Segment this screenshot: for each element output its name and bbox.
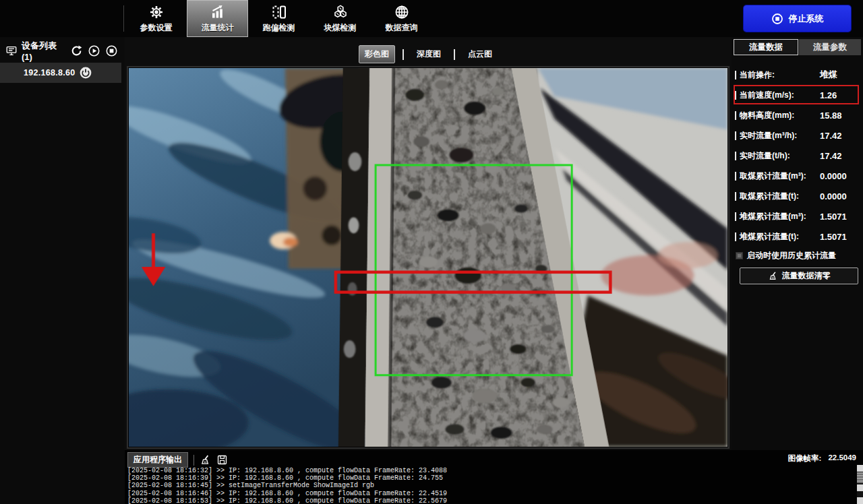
clear-button-label: 流量数据清零 xyxy=(782,270,831,282)
framerate-label: 图像帧率: xyxy=(788,453,822,464)
log-scrollbar[interactable] xyxy=(857,465,863,504)
save-log-icon[interactable] xyxy=(216,454,228,466)
toolbar-item-params[interactable]: 参数设置 xyxy=(125,0,187,37)
log-line: [2025-02-08 18:16:53] >> IP: 192.168.8.6… xyxy=(127,497,447,504)
top-toolbar: 参数设置 流量统计 xyxy=(0,0,863,37)
toolbar-item-coal-detect[interactable]: 块煤检测 xyxy=(309,0,371,37)
tab-separator xyxy=(454,49,455,60)
tab-flow-params[interactable]: 流量参数 xyxy=(799,39,861,55)
flow-data-rows: 当前操作: 堆煤 当前速度(m/s): 1.26 物料高度(mm): 15.88… xyxy=(735,65,860,247)
toolbar-item-flow-stats[interactable]: 流量统计 xyxy=(187,0,248,37)
device-list-header: 设备列表(1) xyxy=(5,42,118,59)
coal-lumps-icon xyxy=(332,4,349,20)
toolbar-item-label: 数据查询 xyxy=(386,22,418,34)
tab-separator xyxy=(403,49,404,60)
log-panel: 应用程序输出 [2025-02-08 18:16:32] >> IP: 192.… xyxy=(125,450,863,504)
row-marker xyxy=(735,91,736,100)
row-realtime-flow-m3: 实时流量(m³/h): 17.42 xyxy=(735,125,860,146)
log-lines[interactable]: [2025-02-08 18:16:32] >> IP: 192.168.8.6… xyxy=(127,467,447,504)
stop-circle-icon xyxy=(771,13,783,25)
app-window: 参数设置 流量统计 xyxy=(0,0,863,504)
device-list-icon xyxy=(5,44,18,57)
camera-image xyxy=(127,66,730,449)
history-flow-checkbox-row[interactable]: 启动时使用历史累计流量 xyxy=(736,250,836,261)
checkbox-label: 启动时使用历史累计流量 xyxy=(747,250,836,261)
globe-icon xyxy=(394,4,410,20)
broom-icon xyxy=(768,271,778,281)
tab-flow-data[interactable]: 流量数据 xyxy=(734,39,798,55)
row-marker xyxy=(735,192,736,201)
row-marker xyxy=(735,71,736,80)
clear-flow-data-button[interactable]: 流量数据清零 xyxy=(740,267,858,284)
row-current-operation: 当前操作: 堆煤 xyxy=(735,65,860,85)
scroll-up-button[interactable] xyxy=(857,465,863,472)
toolbar-items: 参数设置 流量统计 xyxy=(125,0,432,37)
row-material-height: 物料高度(mm): 15.88 xyxy=(735,105,860,125)
gear-icon xyxy=(148,4,165,20)
row-marker xyxy=(735,111,736,120)
toolbar-item-label: 流量统计 xyxy=(202,22,234,34)
log-separator xyxy=(194,455,194,466)
flow-panel: 流量数据 流量参数 当前操作: 堆煤 当前速度(m/s): 1.26 物料高度(… xyxy=(732,37,863,450)
clear-log-icon[interactable] xyxy=(200,454,211,466)
log-title: 应用程序输出 xyxy=(127,452,188,468)
log-line: [2025-02-08 18:16:39] >> IP: 192.168.8.6… xyxy=(127,474,447,482)
row-realtime-flow-t: 实时流量(t/h): 17.42 xyxy=(735,146,860,166)
device-list-actions xyxy=(70,44,118,57)
row-stack-total-t: 堆煤累计流量(t): 1.5071 xyxy=(735,226,860,247)
row-marker xyxy=(735,131,736,140)
stop-system-label: 停止系统 xyxy=(789,13,824,25)
toolbar-item-label: 跑偏检测 xyxy=(263,22,295,34)
tab-depth-image[interactable]: 深度图 xyxy=(411,46,446,63)
start-all-icon[interactable] xyxy=(88,44,100,57)
log-line: [2025-02-08 18:16:46] >> IP: 192.168.8.6… xyxy=(127,490,447,497)
image-framerate: 图像帧率: 22.5049 xyxy=(788,453,856,464)
flow-chart-icon xyxy=(210,4,226,20)
row-take-total-m3: 取煤累计流量(m³): 0.0000 xyxy=(735,166,860,186)
row-marker xyxy=(735,212,736,221)
log-header: 应用程序输出 xyxy=(127,452,228,468)
row-current-speed: 当前速度(m/s): 1.26 xyxy=(735,85,860,105)
tab-color-image[interactable]: 彩色图 xyxy=(359,45,395,63)
checkbox-icon[interactable] xyxy=(736,252,743,259)
scroll-thumb[interactable] xyxy=(857,472,863,483)
conveyor-camera-feed xyxy=(129,68,727,447)
image-viewer: 彩色图 深度图 点云图 xyxy=(125,37,732,450)
row-marker xyxy=(735,172,736,181)
image-mode-tabs: 彩色图 深度图 点云图 xyxy=(125,45,732,63)
scroll-mid-button[interactable] xyxy=(857,484,863,491)
tab-pointcloud-image[interactable]: 点云图 xyxy=(463,46,498,63)
deviation-icon xyxy=(271,4,287,20)
row-stack-total-m3: 堆煤累计流量(m³): 1.5071 xyxy=(735,206,860,226)
row-marker xyxy=(735,152,736,160)
refresh-icon[interactable] xyxy=(70,44,83,57)
toolbar-item-deviation[interactable]: 跑偏检测 xyxy=(248,0,309,37)
scroll-down-button[interactable] xyxy=(857,497,863,504)
framerate-value: 22.5049 xyxy=(828,453,856,464)
device-list-title: 设备列表(1) xyxy=(22,40,66,62)
row-take-total-t: 取煤累计流量(t): 0.0000 xyxy=(735,186,860,206)
stop-all-icon[interactable] xyxy=(105,44,118,57)
row-marker xyxy=(735,232,736,241)
toolbar-item-data-query[interactable]: 数据查询 xyxy=(371,0,432,37)
device-sidebar: 设备列表(1) xyxy=(0,37,125,504)
log-line: [2025-02-08 18:16:32] >> IP: 192.168.8.6… xyxy=(127,467,447,474)
toolbar-item-label: 参数设置 xyxy=(140,22,173,34)
device-power-icon[interactable] xyxy=(78,65,93,80)
device-row[interactable]: 192.168.8.60 xyxy=(0,63,121,83)
device-ip: 192.168.8.60 xyxy=(24,68,76,77)
stop-system-button[interactable]: 停止系统 xyxy=(744,5,851,32)
log-line: [2025-02-08 18:16:45] >> setImageTransfe… xyxy=(127,482,447,489)
toolbar-item-label: 块煤检测 xyxy=(324,22,357,34)
toolbar-divider xyxy=(123,5,124,32)
